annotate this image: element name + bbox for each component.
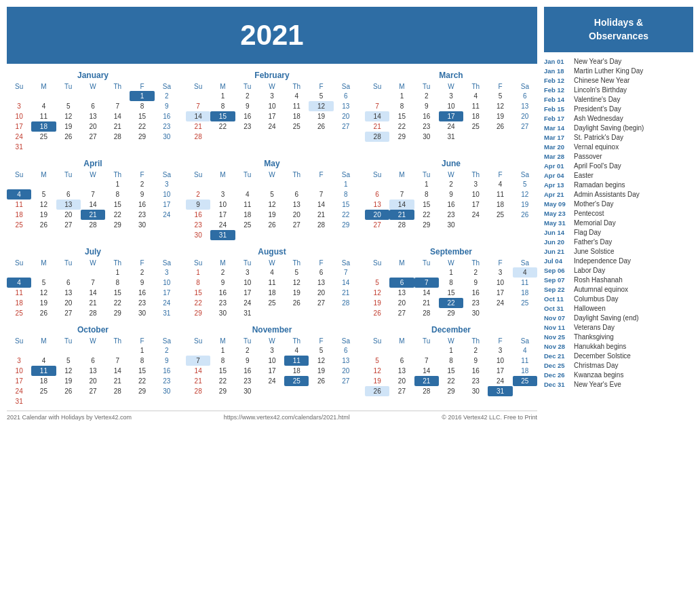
day-cell: 4: [513, 267, 537, 278]
day-cell: 8: [105, 278, 130, 288]
day-cell: 16: [235, 366, 260, 376]
day-header: F: [309, 337, 333, 345]
day-cell: 24: [7, 386, 31, 396]
day-cell: [105, 345, 130, 356]
day-cell: 31: [7, 396, 31, 406]
day-cell: 12: [309, 101, 333, 111]
day-cell: 10: [260, 356, 284, 366]
month-table: SuMTuWThFSa12345678910111213141516171819…: [186, 170, 358, 240]
day-header: Sa: [334, 259, 358, 267]
day-cell: [284, 386, 309, 396]
day-header: W: [260, 259, 284, 267]
day-cell: [81, 345, 105, 356]
footer-left: 2021 Calendar with Holidays by Vertex42.…: [7, 414, 132, 421]
day-header: F: [488, 259, 512, 267]
day-cell: 21: [105, 121, 130, 132]
day-cell: 29: [334, 220, 358, 230]
day-cell: 18: [513, 288, 537, 298]
holiday-name: Halloween: [574, 305, 606, 312]
day-cell: 3: [155, 179, 179, 189]
holiday-item: Feb 15President's Day: [544, 105, 693, 113]
day-header: W: [439, 170, 463, 179]
day-cell: 11: [284, 356, 309, 366]
day-cell: 6: [309, 267, 333, 278]
day-cell: 30: [210, 308, 235, 318]
day-cell: 6: [334, 91, 358, 101]
holiday-item: Mar 17St. Patrick's Day: [544, 134, 693, 141]
day-cell: 20: [56, 210, 81, 220]
holiday-item: Oct 11Columbus Day: [544, 295, 693, 303]
holiday-item: Sep 22Autumnal equinox: [544, 286, 693, 293]
day-cell: 10: [488, 356, 512, 366]
day-cell: 31: [488, 386, 512, 396]
day-cell: 22: [105, 210, 130, 220]
day-cell: 28: [389, 220, 414, 230]
day-cell: 19: [56, 121, 81, 132]
month-table: SuMTuWThFSa12345678910111213141516171819…: [365, 259, 537, 318]
day-cell: 1: [130, 91, 154, 101]
day-cell: 17: [463, 200, 488, 210]
day-cell: 10: [488, 278, 512, 288]
holiday-item: Apr 01April Fool's Day: [544, 162, 693, 170]
day-cell: 16: [463, 366, 488, 376]
day-header: Su: [365, 337, 389, 345]
day-cell: 7: [414, 278, 439, 288]
day-cell: 20: [284, 210, 309, 220]
holiday-item: Sep 07Rosh Hashanah: [544, 276, 693, 284]
day-cell: 25: [284, 376, 309, 386]
day-cell: 3: [7, 101, 31, 111]
day-cell: [365, 179, 389, 189]
day-cell: [284, 230, 309, 240]
day-cell: 7: [414, 356, 439, 366]
day-cell: 4: [31, 356, 56, 366]
day-cell: 3: [488, 267, 512, 278]
day-cell: 25: [31, 132, 56, 142]
day-header: F: [130, 337, 154, 345]
day-cell: 24: [488, 376, 512, 386]
holiday-date: Jun 21: [544, 248, 570, 255]
day-cell: [309, 230, 333, 240]
holiday-date: Jun 14: [544, 229, 570, 236]
day-cell: 1: [105, 267, 130, 278]
day-cell: 11: [7, 288, 31, 298]
holiday-date: Feb 12: [544, 86, 570, 94]
day-cell: 29: [186, 308, 210, 318]
day-cell: 1: [414, 179, 439, 189]
holiday-date: Nov 28: [544, 343, 570, 350]
day-cell: 22: [210, 376, 235, 386]
holiday-name: Rosh Hashanah: [574, 276, 623, 284]
day-cell: 17: [7, 121, 31, 132]
month-name: February: [186, 71, 358, 80]
day-header: M: [31, 259, 56, 267]
day-cell: 12: [56, 111, 81, 121]
day-cell: 10: [7, 111, 31, 121]
month-table: SuMTuWThFSa12345678910111213141516171819…: [365, 82, 537, 142]
day-header: Sa: [155, 170, 179, 179]
holiday-item: May 09Mother's Day: [544, 200, 693, 208]
day-cell: 17: [260, 111, 284, 121]
day-cell: 5: [513, 179, 537, 189]
day-header: Sa: [513, 170, 537, 179]
holiday-date: Feb 15: [544, 105, 570, 113]
day-header: Su: [7, 337, 31, 345]
day-cell: 3: [439, 91, 463, 101]
day-cell: 27: [56, 220, 81, 230]
day-cell: 18: [7, 298, 31, 308]
holiday-name: Martin Luther King Day: [574, 67, 643, 75]
day-cell: 16: [155, 111, 179, 121]
month-name: August: [186, 247, 358, 256]
day-cell: 21: [186, 121, 210, 132]
day-cell: 27: [309, 298, 333, 308]
day-cell: 31: [210, 230, 235, 240]
holiday-name: St. Patrick's Day: [574, 134, 623, 141]
day-header: M: [210, 170, 235, 179]
day-cell: 4: [513, 345, 537, 356]
day-cell: 7: [81, 278, 105, 288]
day-cell: 10: [260, 101, 284, 111]
day-cell: 9: [235, 356, 260, 366]
day-cell: 12: [31, 200, 56, 210]
day-cell: 17: [155, 288, 179, 298]
day-cell: 19: [365, 376, 389, 386]
day-cell: 30: [463, 386, 488, 396]
day-cell: [155, 142, 179, 152]
